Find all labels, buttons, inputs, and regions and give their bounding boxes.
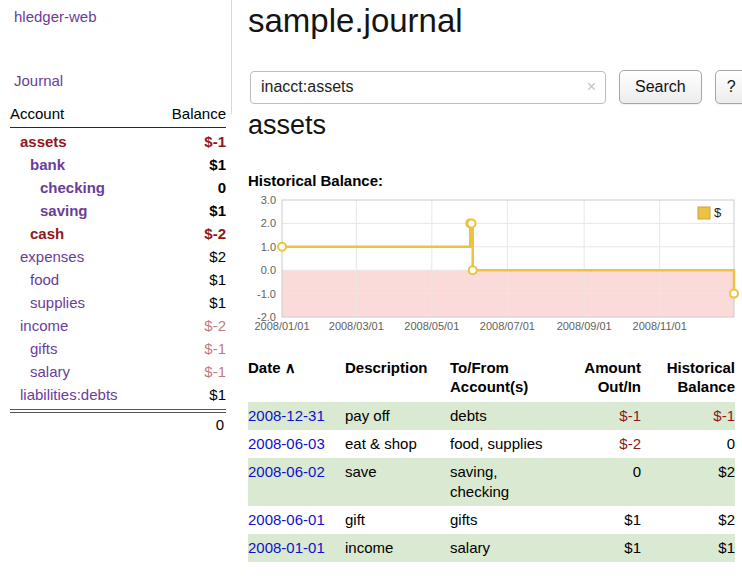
account-link[interactable]: gifts [10,338,58,359]
svg-text:2008/09/01: 2008/09/01 [557,320,612,332]
accounts-table: Account Balance assets$-1bank$1checking0… [10,102,226,436]
transaction-amount: $1 [555,506,641,534]
account-row: expenses$2 [10,245,226,268]
column-header-balance-line1: Historical [667,359,735,376]
chart-title: Historical Balance: [248,172,383,189]
account-row: checking0 [10,176,226,199]
transaction-accounts: saving, checking [450,458,555,506]
search-form: × Search ? [250,70,742,104]
transaction-accounts: salary [450,534,555,562]
transaction-balance: 0 [641,430,735,458]
account-link[interactable]: cash [10,223,64,244]
data-point-marker [469,266,477,274]
account-link[interactable]: expenses [10,246,84,267]
transaction-amount: $-2 [555,430,641,458]
account-row: assets$-1 [10,130,226,153]
transaction-description: gift [345,506,450,534]
transaction-date-link[interactable]: 2008-06-02 [248,463,325,480]
accounts-total: 0 [10,412,226,436]
column-header-amount-line1: Amount [584,359,641,376]
transaction-amount: $-1 [555,402,641,430]
column-header-amount: Amount Out/In [555,356,641,402]
account-link[interactable]: income [10,315,68,336]
account-row: supplies$1 [10,291,226,314]
transaction-balance: $-1 [641,402,735,430]
account-link[interactable]: food [10,269,59,290]
transaction-balance: $1 [641,534,735,562]
svg-text:2.0: 2.0 [261,217,276,229]
account-balance: $1 [209,200,226,221]
account-link[interactable]: checking [10,177,105,198]
page-title: sample.journal [248,2,463,40]
column-header-accounts-line1: To/From [450,359,509,376]
legend-label: $ [714,205,722,220]
account-balance: $-1 [204,131,226,152]
account-row: bank$1 [10,153,226,176]
svg-text:2008/07/01: 2008/07/01 [480,320,535,332]
svg-text:2008/01/01: 2008/01/01 [254,320,309,332]
account-balance: $1 [209,292,226,313]
transaction-accounts: debts [450,402,555,430]
accounts-rows: assets$-1bank$1checking0saving$1cash$-2e… [10,128,226,410]
transaction-description: income [345,534,450,562]
column-header-balance-line2: Balance [677,378,735,395]
help-button[interactable]: ? [715,70,742,104]
account-row: food$1 [10,268,226,291]
transaction-accounts: gifts [450,506,555,534]
account-row: gifts$-1 [10,337,226,360]
transaction-date-link[interactable]: 2008-12-31 [248,407,325,424]
transaction-description: save [345,458,450,506]
svg-text:-1.0: -1.0 [257,288,276,300]
transactions-header-row: Date ∧ Description To/From Account(s) Am… [248,356,735,402]
clear-search-icon[interactable]: × [587,78,596,96]
svg-text:2008/11/01: 2008/11/01 [633,320,687,332]
accounts-header-account: Account [10,105,64,122]
search-input[interactable] [251,72,605,103]
svg-text:3.0: 3.0 [261,196,276,206]
transaction-description: pay off [345,402,450,430]
transaction-balance: $2 [641,458,735,506]
transaction-date-link[interactable]: 2008-06-03 [248,435,325,452]
transaction-amount: 0 [555,458,641,506]
svg-text:1.0: 1.0 [261,241,276,253]
svg-text:2008/03/01: 2008/03/01 [329,320,384,332]
column-header-amount-line2: Out/In [598,378,641,395]
chart-svg: 3.02.01.00.0-1.0-2.02008/01/012008/03/01… [248,196,740,338]
transactions-table: Date ∧ Description To/From Account(s) Am… [248,356,735,562]
account-row: salary$-1 [10,360,226,383]
account-row: income$-2 [10,314,226,337]
account-link[interactable]: supplies [10,292,85,313]
app-title-link[interactable]: hledger-web [14,8,97,25]
account-link[interactable]: bank [10,154,65,175]
account-row: liabilities:debts$1 [10,383,226,406]
account-row: saving$1 [10,199,226,222]
column-header-balance: Historical Balance [641,356,735,402]
data-point-marker [467,219,475,227]
account-link[interactable]: assets [10,131,67,152]
transaction-accounts: food, supplies [450,430,555,458]
search-button[interactable]: Search [619,70,702,104]
account-balance: $-1 [204,338,226,359]
account-row: cash$-2 [10,222,226,245]
data-point-marker [730,290,738,298]
transaction-date-link[interactable]: 2008-01-01 [248,539,325,556]
account-balance: $2 [209,246,226,267]
accounts-header-balance: Balance [172,105,226,122]
transaction-description: eat & shop [345,430,450,458]
account-link[interactable]: salary [10,361,70,382]
account-link[interactable]: liabilities:debts [10,384,118,405]
column-header-date[interactable]: Date ∧ [248,356,345,402]
transaction-balance: $2 [641,506,735,534]
account-balance: $-1 [204,361,226,382]
accounts-table-header: Account Balance [10,102,226,128]
legend-swatch-icon [698,207,710,219]
account-balance: 0 [218,177,226,198]
sidebar-item-journal[interactable]: Journal [14,72,63,89]
account-link[interactable]: saving [10,200,88,221]
column-header-description: Description [345,356,450,402]
transaction-amount: $1 [555,534,641,562]
sidebar-divider [231,0,232,114]
transaction-date-link[interactable]: 2008-06-01 [248,511,325,528]
account-balance: $1 [209,384,226,405]
svg-text:2008/05/01: 2008/05/01 [404,320,459,332]
